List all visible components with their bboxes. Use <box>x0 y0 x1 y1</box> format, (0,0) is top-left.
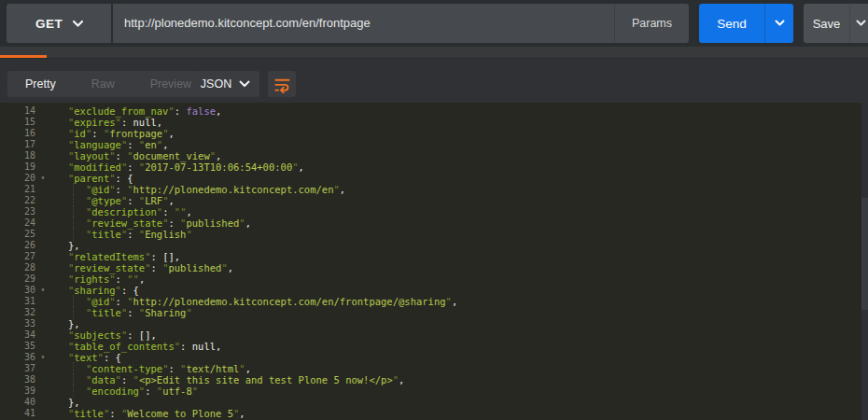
line-number: 24 <box>0 217 35 229</box>
save-dropdown[interactable] <box>849 4 868 43</box>
send-label: Send <box>717 17 747 31</box>
fold-spacer <box>35 341 50 352</box>
fold-spacer <box>35 161 50 173</box>
code-text: "encoding": "utf-8" <box>50 385 198 397</box>
line-number: 36 <box>0 352 35 363</box>
code-text: "@type": "LRF", <box>50 195 175 206</box>
line-number: 17 <box>0 139 35 150</box>
code-line: 24 "review_state": "published", <box>0 217 868 229</box>
code-text: "title": "Sharing" <box>50 307 192 318</box>
fold-spacer <box>35 206 50 217</box>
code-text: "parent": { <box>50 173 133 184</box>
code-line: 38 "data": "<p>Edit this site and test P… <box>0 374 868 385</box>
code-text: "table_of_contents": null, <box>50 341 221 352</box>
code-text: "expires": null, <box>50 117 162 128</box>
line-number: 23 <box>0 206 35 217</box>
code-text: "sharing": { <box>50 285 139 296</box>
send-dropdown[interactable] <box>764 4 793 43</box>
method-dropdown[interactable]: GET <box>7 4 111 43</box>
code-line: 22 "@type": "LRF", <box>0 195 868 206</box>
code-line: 18 "layout": "document_view", <box>0 150 868 161</box>
line-number: 20 <box>0 173 35 184</box>
params-button[interactable]: Params <box>614 4 689 43</box>
line-number: 25 <box>0 229 35 240</box>
postman-app: GET http://plonedemo.kitconcept.com/en/f… <box>0 0 868 420</box>
code-line: 27 "relatedItems": [], <box>0 251 868 262</box>
tab-pretty[interactable]: Pretty <box>7 71 74 97</box>
code-text: "modified": "2017-07-13T10:06:54+00:00", <box>50 161 304 173</box>
save-label: Save <box>813 17 841 31</box>
save-button[interactable]: Save <box>804 4 849 43</box>
code-line: 39 "encoding": "utf-8" <box>0 385 868 397</box>
code-text: }, <box>50 397 80 408</box>
code-line: 32 "title": "Sharing" <box>0 307 868 318</box>
code-line: 20▾ "parent": { <box>0 173 868 184</box>
fold-spacer <box>35 307 50 318</box>
fold-toggle-icon[interactable]: ▾ <box>35 173 50 184</box>
fold-spacer <box>35 229 50 240</box>
response-toolbar: Pretty Raw Preview JSON <box>0 58 868 103</box>
line-number: 14 <box>0 105 35 117</box>
fold-spacer <box>35 139 50 150</box>
code-text: "content-type": "text/html", <box>50 363 251 374</box>
params-label: Params <box>632 17 672 30</box>
line-number: 16 <box>0 128 35 139</box>
tab-preview-label: Preview <box>150 77 191 91</box>
url-field[interactable]: http://plonedemo.kitconcept.com/en/front… <box>113 4 689 43</box>
code-line: 33 }, <box>0 318 868 329</box>
line-number: 37 <box>0 363 35 374</box>
code-text: "@id": "http://plonedemo.kitconcept.com/… <box>50 184 345 195</box>
fold-spacer <box>35 217 50 229</box>
tab-pretty-label: Pretty <box>25 77 56 91</box>
fold-spacer <box>35 296 50 307</box>
fold-spacer <box>35 385 50 397</box>
line-number: 35 <box>0 341 35 352</box>
code-text: "@id": "http://plonedemo.kitconcept.com/… <box>50 296 457 307</box>
fold-spacer <box>35 329 50 341</box>
code-text: "title": "Welcome to Plone 5", <box>50 408 245 419</box>
line-number: 27 <box>0 251 35 262</box>
wrap-text-button[interactable] <box>268 71 296 97</box>
line-number: 28 <box>0 262 35 273</box>
format-dropdown[interactable]: JSON <box>191 71 259 97</box>
code-lines: 14 "exclude_from_nav": false,15 "expires… <box>0 103 868 419</box>
fold-spacer <box>35 105 50 117</box>
code-line: 41 "title": "Welcome to Plone 5", <box>0 408 868 419</box>
code-line: 28 "review_state": "published", <box>0 262 868 273</box>
save-split-button: Save <box>804 4 868 43</box>
fold-spacer <box>35 262 50 273</box>
send-button[interactable]: Send <box>699 4 764 43</box>
code-text: "text": { <box>50 352 121 363</box>
fold-spacer <box>35 374 50 385</box>
fold-spacer <box>35 150 50 161</box>
code-line: 36▾ "text": { <box>0 352 868 363</box>
fold-toggle-icon[interactable]: ▾ <box>35 352 50 363</box>
scrollbar-track[interactable] <box>861 103 868 420</box>
line-number: 26 <box>0 240 35 251</box>
code-text: "data": "<p>Edit this site and test Plon… <box>50 374 404 385</box>
url-value: http://plonedemo.kitconcept.com/en/front… <box>124 4 371 43</box>
code-line: 19 "modified": "2017-07-13T10:06:54+00:0… <box>0 161 868 173</box>
line-number: 34 <box>0 329 35 341</box>
code-text: "layout": "document_view", <box>50 150 221 161</box>
line-number: 31 <box>0 296 35 307</box>
fold-toggle-icon[interactable]: ▾ <box>35 285 50 296</box>
code-text: "review_state": "published", <box>50 262 233 273</box>
line-number: 15 <box>0 117 35 128</box>
line-number: 30 <box>0 285 35 296</box>
format-label: JSON <box>201 77 231 91</box>
fold-spacer <box>35 273 50 285</box>
scrollbar-thumb[interactable] <box>861 198 868 310</box>
code-line: 26 }, <box>0 240 868 251</box>
fold-spacer <box>35 408 50 419</box>
code-text: }, <box>50 318 80 329</box>
response-body-editor[interactable]: 14 "exclude_from_nav": false,15 "expires… <box>0 103 868 420</box>
fold-spacer <box>35 128 50 139</box>
tab-raw[interactable]: Raw <box>74 71 133 97</box>
code-line: 21 "@id": "http://plonedemo.kitconcept.c… <box>0 184 868 195</box>
line-number: 41 <box>0 408 35 419</box>
code-text: "description": "", <box>50 206 192 217</box>
code-line: 29 "rights": "", <box>0 273 868 285</box>
chevron-down-icon <box>775 20 785 27</box>
code-text: }, <box>50 240 80 251</box>
